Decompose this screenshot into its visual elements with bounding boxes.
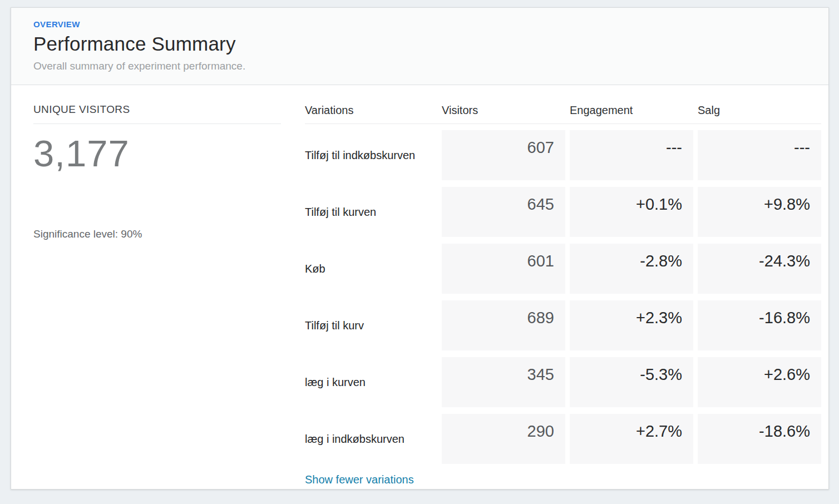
performance-summary-card: OVERVIEW Performance Summary Overall sum…: [11, 7, 829, 490]
variations-results-table: Variations Visitors Engagement Salg Tilf…: [305, 85, 821, 489]
overview-eyebrow-label: OVERVIEW: [33, 19, 806, 29]
variation-name: Tilføj til indkøbskurven: [305, 130, 437, 180]
visitors-value: 689: [442, 300, 565, 350]
salg-value: -18.6%: [698, 414, 821, 464]
unique-visitors-label: UNIQUE VISITORS: [33, 103, 305, 116]
visitors-value: 345: [442, 357, 565, 407]
visitors-value: 290: [442, 414, 565, 464]
page-subtitle: Overall summary of experiment performanc…: [33, 60, 806, 72]
column-header-salg: Salg: [698, 103, 821, 117]
salg-value: +2.6%: [698, 357, 821, 407]
unique-visitors-divider: [33, 123, 281, 124]
engagement-value: +2.3%: [570, 300, 693, 350]
card-body: UNIQUE VISITORS 3,177 Significance level…: [11, 85, 828, 489]
variation-name: Tilføj til kurven: [305, 187, 437, 237]
column-header-engagement: Engagement: [570, 103, 693, 117]
significance-level-text: Significance level: 90%: [33, 228, 305, 240]
visitors-value: 601: [442, 244, 565, 294]
table-header-row: Variations Visitors Engagement Salg: [305, 103, 821, 124]
card-header: OVERVIEW Performance Summary Overall sum…: [11, 8, 828, 85]
variation-name: Tilføj til kurv: [305, 300, 437, 350]
unique-visitors-value: 3,177: [33, 132, 305, 175]
column-header-variations: Variations: [305, 103, 437, 117]
column-header-visitors: Visitors: [442, 103, 565, 117]
visitors-value: 607: [442, 130, 565, 180]
engagement-value: +2.7%: [570, 414, 693, 464]
unique-visitors-panel: UNIQUE VISITORS 3,177 Significance level…: [11, 85, 305, 489]
salg-value: ---: [698, 130, 821, 180]
salg-value: -24.3%: [698, 244, 821, 294]
salg-value: -16.8%: [698, 300, 821, 350]
engagement-value: +0.1%: [570, 187, 693, 237]
table-rows: Tilføj til indkøbskurven 607 --- --- Til…: [305, 130, 821, 464]
engagement-value: -5.3%: [570, 357, 693, 407]
visitors-value: 645: [442, 187, 565, 237]
salg-value: +9.8%: [698, 187, 821, 237]
variation-name: læg i indkøbskurven: [305, 414, 437, 464]
engagement-value: -2.8%: [570, 244, 693, 294]
variation-name: læg i kurven: [305, 357, 437, 407]
engagement-value: ---: [570, 130, 693, 180]
page-title: Performance Summary: [33, 33, 806, 55]
show-fewer-variations-link[interactable]: Show fewer variations: [305, 473, 414, 486]
variation-name: Køb: [305, 244, 437, 294]
